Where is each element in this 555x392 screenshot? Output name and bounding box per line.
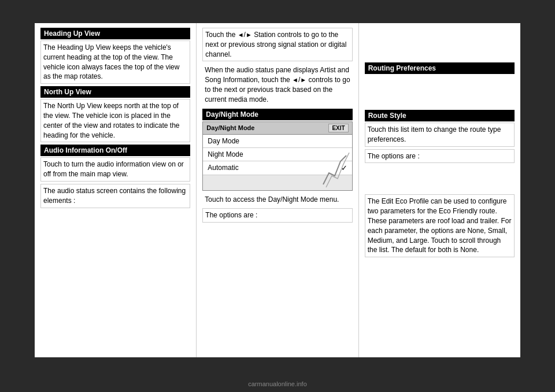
daynight-mode-image: Day/Night Mode EXIT Day Mode Night Mode …	[202, 121, 352, 191]
daynight-night-label: Night Mode	[208, 150, 243, 158]
next-arrow-icon: ►	[246, 31, 252, 38]
route-style-body: Touch this list item to change the route…	[365, 123, 515, 147]
heading-up-view-body: The Heading Up View keeps the vehicle's …	[40, 40, 190, 84]
daynight-day-label: Day Mode	[208, 137, 239, 145]
daynight-options-label: The options are :	[202, 208, 352, 223]
audio-track-text: When the audio status pane displays Arti…	[202, 64, 352, 106]
daynight-panel-label: Day/Night Mode	[206, 124, 254, 131]
station-controls-text: Touch the ◄/► Station controls to go to …	[202, 28, 352, 61]
heading-up-view-header: Heading Up View	[40, 28, 190, 39]
next-arrow-icon2: ►	[300, 76, 306, 83]
daynight-access-text: Touch to access the Day/Night Mode menu.	[202, 193, 352, 206]
column-3: Routing Preferences Route Style Touch th…	[359, 23, 520, 357]
route-options-label: The options are :	[365, 149, 515, 164]
daynight-auto-label: Automatic	[208, 164, 238, 172]
prev-arrow-icon: ◄	[238, 31, 244, 38]
routing-preferences-header: Routing Preferences	[365, 62, 515, 74]
map-decoration	[312, 144, 352, 190]
route-style-header: Route Style	[365, 110, 515, 121]
audio-info-body: Touch to turn the audio information view…	[40, 157, 190, 182]
daynight-exit-button[interactable]: EXIT	[328, 124, 348, 132]
watermark: carmanualonline.info	[248, 380, 307, 387]
daynight-mode-header: Day/Night Mode	[202, 109, 352, 120]
daynight-panel-header: Day/Night Mode EXIT	[203, 122, 352, 135]
prev-arrow-icon2: ◄	[292, 76, 298, 83]
north-up-view-body: The North Up View keeps north at the top…	[40, 99, 190, 142]
north-up-view-header: North Up View	[40, 86, 190, 98]
column-2: Touch the ◄/► Station controls to go to …	[197, 23, 358, 357]
content-area: Heading Up View The Heading Up View keep…	[35, 23, 520, 357]
eco-profile-body: The Edit Eco Profile can be used to conf…	[365, 194, 515, 257]
route-style-section: Route Style Touch this list item to chan…	[365, 110, 515, 165]
audio-elements-text: The audio status screen contains the fol…	[40, 184, 190, 208]
audio-info-header: Audio Information On/Off	[40, 145, 190, 156]
routing-section: Routing Preferences	[365, 62, 515, 75]
column-1: Heading Up View The Heading Up View keep…	[35, 23, 197, 357]
